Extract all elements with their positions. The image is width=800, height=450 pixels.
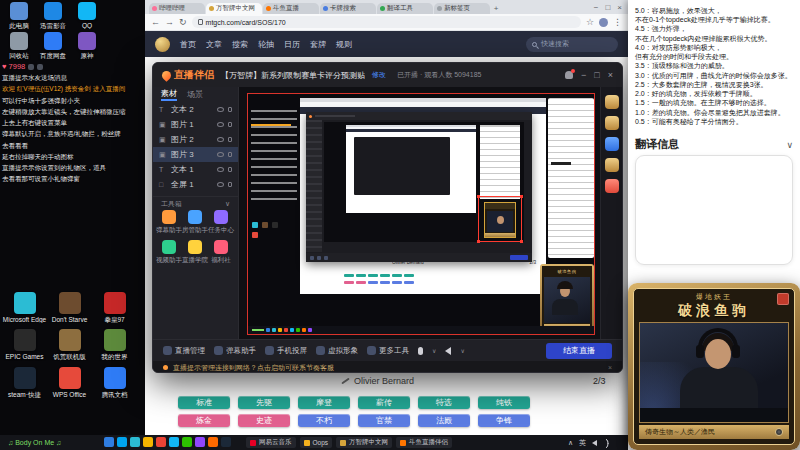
browser-tab[interactable]: 翻译工具	[377, 3, 433, 14]
format-button[interactable]: 炼金	[178, 414, 230, 427]
translation-header[interactable]: 翻译信息 ∨	[635, 137, 793, 152]
format-button[interactable]: 纯铁	[478, 396, 530, 409]
desktop-icon[interactable]: 百度网盘	[36, 32, 70, 59]
desktop-icon[interactable]: 拳皇97	[92, 292, 137, 323]
source-layer-item[interactable]: □ 全屏 1	[153, 177, 238, 192]
desktop-icon[interactable]: 饥荒联机版	[47, 329, 92, 360]
scene-preview-canvas[interactable]: Olivier Bernard 2/3	[239, 87, 600, 339]
taskbar-app-button[interactable]: 斗鱼直播伴侣	[396, 437, 452, 448]
back-button[interactable]: ←	[151, 17, 160, 27]
forward-button[interactable]: →	[165, 17, 174, 27]
bookmark-star-icon[interactable]: ☆	[586, 17, 594, 27]
desktop-icon[interactable]: QQ	[70, 2, 104, 29]
source-layer-item[interactable]: T 文本 1	[153, 162, 238, 177]
nav-item[interactable]: 规则	[336, 39, 352, 50]
activity-banner-icon[interactable]	[605, 95, 619, 109]
nav-item[interactable]: 搜索	[232, 39, 248, 50]
toolbar-button[interactable]: 虚拟形象	[316, 346, 358, 356]
app-close-button[interactable]: ×	[608, 70, 613, 80]
banner-close-icon[interactable]: ×	[608, 364, 612, 371]
toolbar-button[interactable]: 更多工具	[367, 346, 409, 356]
desktop-icon[interactable]: steam·快捷	[2, 367, 47, 398]
visibility-eye-icon[interactable]	[217, 182, 224, 187]
lock-icon[interactable]	[228, 107, 232, 112]
taskbar-app-icon[interactable]	[195, 437, 205, 447]
toolbox-tool[interactable]: 福利社	[208, 240, 234, 265]
taskbar-app-button[interactable]: Oops	[300, 437, 333, 448]
url-bar[interactable]: mtgch.com/card/SOS/170	[192, 16, 581, 28]
window-minimize-button[interactable]: −	[594, 3, 599, 12]
browser-tab[interactable]: 哔哩哔哩	[149, 3, 205, 14]
toolbar-button[interactable]: 弹幕助手	[214, 346, 256, 356]
taskbar-app-button[interactable]: 网易云音乐	[246, 437, 296, 448]
browser-tab[interactable]: 万智牌中文网	[206, 3, 262, 14]
speaker-icon[interactable]	[445, 347, 451, 355]
sidebar-tab[interactable]: 素材	[161, 88, 177, 101]
format-button[interactable]: 法殿	[418, 414, 470, 427]
visibility-eye-icon[interactable]	[217, 152, 224, 157]
taskbar-app-icon[interactable]	[169, 437, 179, 447]
activity-banner-icon[interactable]	[605, 158, 619, 172]
desktop-icon[interactable]: Microsoft Edge	[2, 292, 47, 323]
lock-icon[interactable]	[228, 182, 232, 187]
microphone-icon[interactable]	[418, 347, 423, 355]
nav-item[interactable]: 文章	[206, 39, 222, 50]
overlay-list-icon[interactable]	[37, 64, 43, 70]
browser-tab[interactable]: 卡牌搜索	[320, 3, 376, 14]
format-button[interactable]: 官禁	[358, 414, 410, 427]
toolbox-header[interactable]: 工具箱 ∨	[153, 196, 238, 210]
nav-item[interactable]: 首页	[180, 39, 196, 50]
nav-item[interactable]: 套牌	[310, 39, 326, 50]
chevron-down-icon[interactable]: ∨	[432, 347, 436, 354]
taskbar-app-icon[interactable]	[156, 437, 166, 447]
source-layer-item[interactable]: T 文本 2	[153, 102, 238, 117]
desktop-icon[interactable]: 回收站	[2, 32, 36, 59]
format-button[interactable]: 标准	[178, 396, 230, 409]
toolbox-tool[interactable]: 视频助手	[156, 240, 182, 265]
site-logo[interactable]	[155, 37, 170, 52]
toolbar-button[interactable]: 直播管理	[163, 346, 205, 356]
activity-banner-icon[interactable]	[605, 116, 619, 130]
taskbar-app-icon[interactable]	[130, 437, 140, 447]
app-minimize-button[interactable]: −	[581, 70, 586, 80]
visibility-eye-icon[interactable]	[217, 137, 224, 142]
toolbox-tool[interactable]: 弹幕助手	[156, 210, 182, 235]
network-icon[interactable]	[602, 438, 612, 448]
source-layer-item[interactable]: ▣ 图片 2	[153, 132, 238, 147]
desktop-icon[interactable]: 此电脑	[2, 2, 36, 29]
desktop-icon[interactable]: EPIC Games	[2, 329, 47, 360]
taskbar-app-icon[interactable]	[221, 437, 231, 447]
desktop-icon[interactable]: WPS Office	[47, 367, 92, 398]
end-stream-button[interactable]: 结束直播	[546, 343, 612, 359]
lock-icon[interactable]	[228, 152, 232, 157]
source-layer-item[interactable]: ▣ 图片 1	[153, 117, 238, 132]
format-button[interactable]: 不朽	[298, 414, 350, 427]
refresh-button[interactable]: ↻	[179, 17, 187, 27]
toolbox-tool[interactable]: 任务中心	[208, 210, 234, 235]
visibility-eye-icon[interactable]	[217, 107, 224, 112]
visibility-eye-icon[interactable]	[217, 167, 224, 172]
sidebar-tab[interactable]: 场景	[187, 89, 203, 100]
desktop-icon[interactable]: 原神	[70, 32, 104, 59]
new-tab-button[interactable]: +	[491, 4, 501, 13]
app-notice-banner[interactable]: 直播提示管理连接到网络？点击启动可联系节奏客服 ×	[153, 361, 622, 373]
source-selection-box[interactable]	[478, 196, 522, 242]
toolbar-button[interactable]: 手机投屏	[265, 346, 307, 356]
app-maximize-button[interactable]: □	[594, 70, 599, 80]
activity-banner-icon[interactable]	[605, 137, 619, 151]
edit-title-button[interactable]: 修改	[372, 70, 386, 80]
nav-item[interactable]: 轮抽	[258, 39, 274, 50]
profile-avatar[interactable]	[599, 18, 608, 27]
format-button[interactable]: 争锋	[478, 414, 530, 427]
lock-icon[interactable]	[228, 137, 232, 142]
page-counter[interactable]: 2/3	[593, 376, 606, 386]
nav-item[interactable]: 日历	[284, 39, 300, 50]
site-search-input[interactable]: 快速搜索	[526, 37, 618, 52]
window-maximize-button[interactable]: □	[605, 3, 610, 12]
source-layer-item[interactable]: ▣ 图片 3	[153, 147, 238, 162]
toolbox-tool[interactable]: 直播学院	[182, 240, 208, 265]
volume-icon[interactable]	[592, 440, 597, 446]
input-method-indicator[interactable]: 英	[579, 438, 586, 448]
format-button[interactable]: 特选	[418, 396, 470, 409]
toolbox-tool[interactable]: 房管助手	[182, 210, 208, 235]
